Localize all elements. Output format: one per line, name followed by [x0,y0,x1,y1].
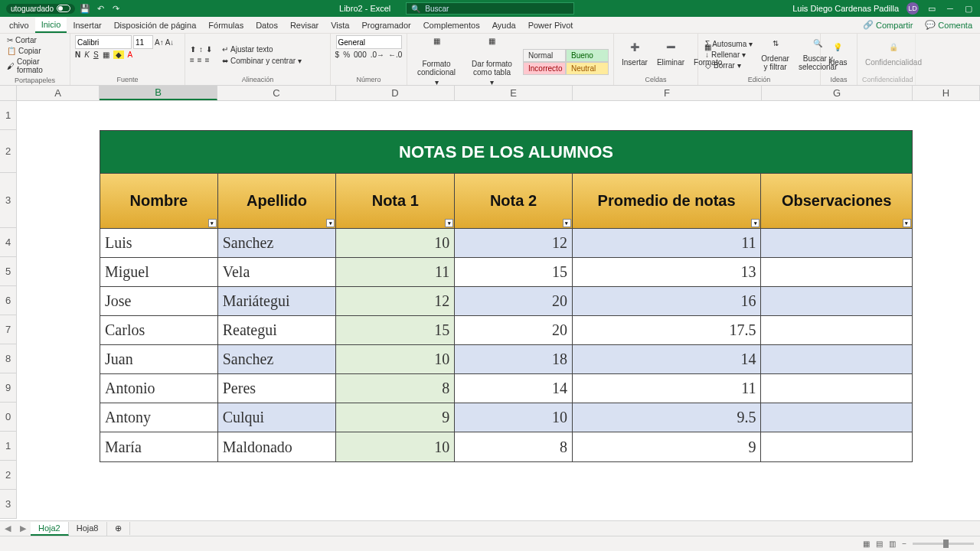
ribbon-display-icon[interactable]: ▭ [926,3,937,14]
autosum-button[interactable]: Σ Autosuma ▾ [703,39,755,49]
redo-icon[interactable]: ↷ [110,3,121,14]
font-name-select[interactable] [75,35,132,49]
table-header-apellido[interactable]: Apellido▾ [218,174,337,228]
cell-n1[interactable]: 8 [336,374,455,403]
menu-chivo[interactable]: chivo [3,18,35,32]
table-row[interactable]: CarlosReategui152017.5 [100,316,912,345]
menu-complementos[interactable]: Complementos [417,18,486,32]
cell-apellido[interactable]: Sanchez [218,229,337,257]
sheet-nav-prev[interactable]: ◀ [0,523,15,533]
sheet-tab-hoja8[interactable]: Hoja8 [69,522,107,536]
zoom-out-icon[interactable]: − [902,540,906,548]
italic-button[interactable]: K [84,51,90,59]
row-header-13[interactable]: 3 [0,490,16,519]
table-row[interactable]: JoseMariátegui122016 [100,287,912,316]
add-sheet-button[interactable]: ⊕ [107,522,130,535]
copy-button[interactable]: 📋 Copiar [5,46,43,56]
cell-prom[interactable]: 17.5 [573,316,762,344]
cell-nombre[interactable]: Miguel [100,258,218,286]
ideas-button[interactable]: 💡Ideas [825,41,850,68]
cell-n2[interactable]: 15 [455,258,573,286]
cell-n1[interactable]: 10 [336,345,455,373]
row-header-4[interactable]: 4 [0,228,16,257]
cell-nombre[interactable]: Antonio [100,374,218,403]
cell-n1[interactable]: 10 [336,432,455,461]
cell-obs[interactable] [761,403,912,432]
cut-button[interactable]: ✂ Cortar [5,35,39,45]
comment-button[interactable]: 💬 Comenta [920,18,977,32]
row-header-10[interactable]: 0 [0,403,16,432]
col-header-D[interactable]: D [336,86,455,100]
decrease-font-icon[interactable]: A↓ [165,38,175,47]
cell-prom[interactable]: 13 [573,258,762,286]
cell-n1[interactable]: 11 [336,258,455,286]
sheet-nav-next[interactable]: ▶ [15,523,31,533]
minimize-icon[interactable]: ─ [945,3,956,14]
cell-obs[interactable] [761,374,912,403]
cell-n2[interactable]: 12 [455,229,573,257]
table-row[interactable]: MiguelVela111513 [100,258,912,287]
align-bottom-icon[interactable]: ⬇ [206,45,212,54]
row-header-1[interactable]: 1 [0,101,16,130]
row-header-12[interactable]: 2 [0,461,16,490]
row-header-7[interactable]: 7 [0,315,16,344]
row-header-3[interactable]: 3 [0,173,16,228]
conditional-format-button[interactable]: ▦Formato condicional▾ [412,35,461,88]
col-header-G[interactable]: G [762,86,913,100]
cell-obs[interactable] [761,432,912,461]
wrap-text-button[interactable]: ↵ Ajustar texto [220,44,304,54]
style-neutral[interactable]: Neutral [566,62,609,75]
cell-n1[interactable]: 15 [336,316,455,344]
maximize-icon[interactable]: ▢ [963,3,974,14]
cell-n2[interactable]: 20 [455,316,573,344]
cell-apellido[interactable]: Reategui [218,316,337,344]
view-layout-icon[interactable]: ▤ [876,540,883,548]
fill-button[interactable]: ↓ Rellenar ▾ [703,50,755,60]
menu-vista[interactable]: Vista [325,18,355,32]
underline-button[interactable]: S [93,51,99,59]
cell-prom[interactable]: 14 [573,345,762,373]
cell-apellido[interactable]: Culqui [218,403,337,432]
cell-n2[interactable]: 14 [455,374,573,403]
col-header-B[interactable]: B [100,86,217,100]
merge-center-button[interactable]: ⬌ Combinar y centrar ▾ [220,56,304,66]
font-color-button[interactable]: A [128,51,133,59]
user-avatar[interactable]: LD [906,2,919,15]
cell-obs[interactable] [761,287,912,315]
row-header-6[interactable]: 6 [0,286,16,315]
table-row[interactable]: MaríaMaldonado1089 [100,432,912,461]
cell-nombre[interactable]: Carlos [100,316,218,344]
filter-icon[interactable]: ▾ [326,219,335,227]
cell-n2[interactable]: 8 [455,432,573,461]
filter-icon[interactable]: ▾ [445,219,453,227]
menu-power-pivot[interactable]: Power Pivot [522,18,580,32]
cell-apellido[interactable]: Sanchez [218,345,337,373]
cell-n1[interactable]: 12 [336,287,455,315]
row-header-5[interactable]: 5 [0,257,16,286]
table-row[interactable]: LuisSanchez101211 [100,229,912,258]
share-button[interactable]: 🔗 Compartir [858,18,917,32]
increase-decimal-icon[interactable]: .0→ [371,51,384,59]
select-all-corner[interactable] [0,86,17,100]
align-right-icon[interactable]: ≡ [205,56,210,64]
sort-filter-button[interactable]: ⇅Ordenar y filtrar [758,37,792,73]
cell-obs[interactable] [761,258,912,286]
col-header-H[interactable]: H [913,86,980,100]
table-header-observaciones[interactable]: Observaciones▾ [761,174,912,228]
view-pagebreak-icon[interactable]: ▥ [889,540,896,548]
style-incorrecto[interactable]: Incorrecto [523,62,566,75]
menu-inicio[interactable]: Inicio [35,18,67,33]
table-row[interactable]: AntonioPeres81411 [100,374,912,403]
cell-n2[interactable]: 10 [455,403,573,432]
clear-button[interactable]: ◇ Borrar ▾ [703,60,755,70]
menu-revisar[interactable]: Revisar [284,18,325,32]
cell-prom[interactable]: 11 [573,229,762,257]
cell-n2[interactable]: 20 [455,287,573,315]
cell-n2[interactable]: 18 [455,345,573,373]
align-left-icon[interactable]: ≡ [190,56,194,64]
row-header-9[interactable]: 9 [0,373,16,403]
comma-icon[interactable]: 000 [354,51,367,59]
row-header-2[interactable]: 2 [0,130,16,173]
format-as-table-button[interactable]: ▦Dar formato como tabla▾ [464,35,520,88]
style-normal[interactable]: Normal [523,49,566,62]
